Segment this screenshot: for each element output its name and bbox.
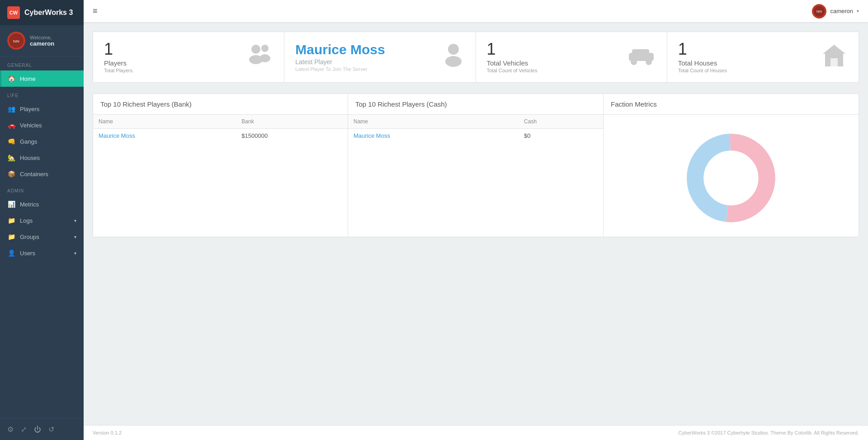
- players-count: 1: [104, 41, 134, 57]
- users-label: Users: [20, 250, 35, 257]
- stat-card-latest-left: Maurice Moss Latest Player Latest Player…: [295, 43, 385, 72]
- stat-card-players-right: [246, 42, 273, 72]
- house-icon: [821, 48, 848, 72]
- metrics-icon: 📊: [7, 201, 15, 208]
- players-icon: 👥: [7, 105, 15, 112]
- svg-rect-16: [830, 58, 838, 66]
- stat-card-houses-right: [821, 42, 848, 72]
- players-title: Players: [104, 59, 134, 67]
- bottom-section: Top 10 Richest Players (Bank) Name Bank …: [93, 94, 859, 237]
- general-section-label: GENERAL: [0, 56, 84, 70]
- copyright-text: CyberWorks 3 ©2017 Cyberhyte Studios. Th…: [678, 430, 859, 435]
- expand-icon[interactable]: ⤢: [21, 425, 27, 434]
- users-chevron: ▾: [74, 251, 76, 256]
- stat-card-latest: Maurice Moss Latest Player Latest Player…: [284, 32, 476, 82]
- latest-player-name: Maurice Moss: [295, 43, 385, 56]
- cash-table: Name Cash Maurice Moss$0: [348, 115, 603, 143]
- cash-row-name[interactable]: Maurice Moss: [348, 129, 519, 143]
- sidebar-user: NIN Welcome, cameron: [0, 25, 84, 56]
- sidebar-item-houses[interactable]: 🏡 Houses: [0, 150, 84, 166]
- cash-col-cash: Cash: [519, 115, 603, 129]
- svg-point-4: [251, 45, 260, 54]
- svg-marker-14: [823, 45, 845, 54]
- life-section-label: LIFE: [0, 87, 84, 101]
- stat-card-houses-left: 1 Total Houses Total Count of Houses: [678, 41, 727, 73]
- gangs-label: Gangs: [20, 138, 37, 145]
- svg-point-12: [631, 59, 637, 65]
- settings-icon[interactable]: ⚙: [7, 425, 14, 434]
- user-info: Welcome, cameron: [30, 35, 54, 47]
- person-icon: [442, 48, 465, 72]
- svg-point-7: [259, 54, 270, 62]
- bank-row-value: $1500000: [236, 129, 348, 143]
- sidebar-item-players[interactable]: 👥 Players: [0, 101, 84, 117]
- houses-subtitle: Total Count of Houses: [678, 68, 727, 73]
- stat-card-players: 1 Players Total Players.: [93, 32, 284, 82]
- containers-label: Containers: [20, 171, 48, 178]
- vehicles-icon: 🚗: [7, 122, 15, 129]
- bank-table-title: Top 10 Richest Players (Bank): [93, 94, 348, 115]
- power-icon[interactable]: ⏻: [34, 426, 41, 434]
- topbar-right: NIN cameron ▾: [812, 4, 859, 19]
- home-label: Home: [20, 75, 36, 82]
- sidebar-header: CW CyberWorks 3: [0, 0, 84, 25]
- stat-card-vehicles-left: 1 Total Vehicles Total Count of Vehicles: [487, 41, 538, 73]
- svg-point-6: [261, 45, 269, 52]
- players-label: Players: [20, 106, 39, 112]
- sidebar-bottom: ⚙ ⤢ ⏻ ↺: [0, 418, 84, 440]
- groups-icon: 📁: [7, 233, 15, 240]
- faction-title: Faction Metrics: [604, 94, 859, 115]
- welcome-label: Welcome,: [30, 35, 54, 40]
- users-icon: 👤: [7, 249, 15, 257]
- containers-icon: 📦: [7, 170, 15, 178]
- content-area: 1 Players Total Players.: [84, 23, 868, 425]
- players-subtitle: Total Players.: [104, 68, 134, 73]
- houses-title: Total Houses: [678, 59, 727, 67]
- bank-col-bank: Bank: [236, 115, 348, 129]
- sidebar: CW CyberWorks 3 NIN Welcome, cameron GEN…: [0, 0, 84, 440]
- groups-chevron: ▾: [74, 234, 76, 239]
- sidebar-item-vehicles[interactable]: 🚗 Vehicles: [0, 117, 84, 133]
- sidebar-item-containers[interactable]: 📦 Containers: [0, 166, 84, 182]
- main-content: ≡ NIN cameron ▾ 1 Players Total Players.: [84, 0, 868, 440]
- cash-row-value: $0: [519, 129, 603, 143]
- stat-card-vehicles-right: [627, 45, 656, 70]
- stat-card-latest-right: [442, 42, 465, 72]
- topbar-avatar: NIN: [812, 4, 826, 19]
- players-stat-icon: [246, 48, 273, 72]
- topbar: ≡ NIN cameron ▾: [84, 0, 868, 23]
- hamburger-menu[interactable]: ≡: [93, 6, 98, 15]
- vehicles-label: Vehicles: [20, 122, 42, 129]
- svg-text:NIN: NIN: [816, 10, 822, 13]
- cash-table-section: Top 10 Richest Players (Cash) Name Cash …: [348, 94, 604, 237]
- groups-label: Groups: [20, 234, 39, 240]
- admin-section-label: ADMIN: [0, 182, 84, 196]
- avatar: NIN: [7, 32, 25, 50]
- version-text: Version 0.1.2: [93, 430, 122, 435]
- latest-player-subtitle: Latest Player To Join The Server: [295, 66, 385, 72]
- logs-label: Logs: [20, 217, 33, 224]
- sidebar-item-logs[interactable]: 📁 Logs ▾: [0, 212, 84, 229]
- sidebar-item-users[interactable]: 👤 Users ▾: [0, 245, 84, 261]
- sidebar-item-home[interactable]: 🏠 Home: [0, 70, 84, 87]
- bank-table-section: Top 10 Richest Players (Bank) Name Bank …: [93, 94, 348, 237]
- faction-donut-chart: [681, 128, 781, 228]
- table-row: Maurice Moss$1500000: [93, 129, 348, 143]
- bank-row-name[interactable]: Maurice Moss: [93, 129, 236, 143]
- houses-count: 1: [678, 41, 727, 57]
- refresh-icon[interactable]: ↺: [48, 425, 54, 434]
- vehicles-subtitle: Total Count of Vehicles: [487, 68, 538, 73]
- sidebar-item-metrics[interactable]: 📊 Metrics: [0, 196, 84, 212]
- sidebar-item-gangs[interactable]: 👊 Gangs: [0, 133, 84, 150]
- sidebar-username: cameron: [30, 40, 54, 47]
- bank-table: Name Bank Maurice Moss$1500000: [93, 115, 348, 143]
- app-logo: CW: [7, 6, 20, 19]
- topbar-username: cameron: [830, 8, 853, 14]
- topbar-caret[interactable]: ▾: [857, 9, 859, 14]
- sidebar-item-groups[interactable]: 📁 Groups ▾: [0, 229, 84, 245]
- cash-table-title: Top 10 Richest Players (Cash): [348, 94, 603, 115]
- car-icon: [627, 46, 656, 70]
- gangs-icon: 👊: [7, 138, 15, 145]
- latest-player-title: Latest Player: [295, 58, 385, 66]
- cash-col-name: Name: [348, 115, 519, 129]
